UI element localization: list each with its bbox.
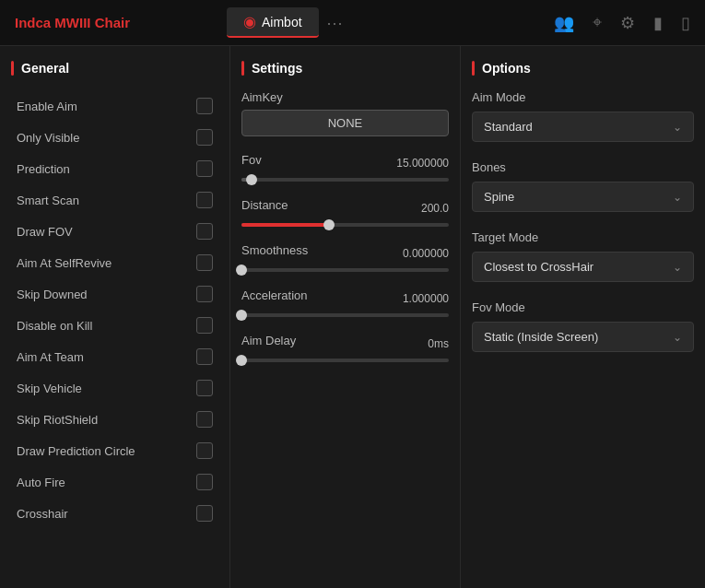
general-item-skip-vehicle[interactable]: Skip Vehicle — [11, 372, 218, 404]
document-icon[interactable]: ▯ — [681, 13, 690, 33]
general-item-auto-fire[interactable]: Auto Fire — [11, 466, 218, 498]
aimkey-label: AimKey — [241, 90, 283, 104]
general-item-checkbox[interactable] — [196, 474, 213, 490]
select-button-bones[interactable]: Spine ⌄ — [472, 182, 694, 212]
people-icon[interactable]: 👥 — [554, 13, 574, 33]
slider-track-aimdelay[interactable] — [241, 359, 449, 362]
general-item-checkbox[interactable] — [196, 254, 213, 271]
general-item-checkbox[interactable] — [196, 98, 213, 114]
more-tabs-icon[interactable]: ⋯ — [326, 13, 345, 33]
general-item-label: Prediction — [17, 162, 70, 176]
settings-title: Settings — [241, 61, 449, 76]
target-icon[interactable]: ⌖ — [593, 13, 602, 32]
slider-value-smoothness: 0.000000 — [403, 247, 449, 260]
app-logo: Indca MWIII Chair — [15, 15, 227, 30]
general-item-crosshair[interactable]: Crosshair — [11, 498, 218, 529]
general-item-aim-at-selfrevive[interactable]: Aim At SelfRevive — [11, 247, 218, 278]
general-item-label: Crosshair — [17, 507, 68, 521]
slider-thumb-acceleration[interactable] — [236, 310, 247, 321]
general-item-checkbox[interactable] — [196, 317, 213, 334]
general-item-checkbox[interactable] — [196, 160, 213, 177]
general-item-checkbox[interactable] — [196, 442, 213, 459]
option-group-bones: Bones Spine ⌄ — [472, 160, 694, 212]
general-panel: General Enable Aim Only Visible Predicti… — [0, 46, 230, 588]
general-item-checkbox[interactable] — [196, 192, 213, 208]
options-panel: Options Aim Mode Standard ⌄ Bones Spine … — [461, 46, 705, 588]
shield-icon[interactable]: ▮ — [653, 13, 663, 33]
select-button-fov_mode[interactable]: Static (Inside Screen) ⌄ — [472, 322, 694, 352]
aimbot-icon: ◉ — [243, 13, 256, 30]
general-item-checkbox[interactable] — [196, 223, 213, 240]
slider-track-fov[interactable] — [241, 178, 449, 182]
slider-label-aimdelay: Aim Delay — [241, 334, 296, 347]
chevron-down-icon-fov_mode: ⌄ — [673, 331, 682, 344]
slider-label-smoothness: Smoothness — [241, 243, 308, 257]
slider-thumb-distance[interactable] — [323, 219, 335, 230]
general-item-enable-aim[interactable]: Enable Aim — [11, 90, 218, 122]
option-label-target_mode: Target Mode — [472, 230, 694, 244]
slider-label-fov: Fov — [241, 153, 262, 167]
general-item-checkbox[interactable] — [196, 129, 213, 146]
general-item-prediction[interactable]: Prediction — [11, 153, 218, 184]
slider-group-smoothness: Smoothness 0.000000 — [241, 243, 449, 272]
general-item-skip-riotshield[interactable]: Skip RiotShield — [11, 404, 218, 435]
slider-row-acceleration: Acceleration 1.000000 — [241, 288, 449, 308]
slider-fill-distance — [241, 223, 329, 227]
general-item-checkbox[interactable] — [196, 380, 213, 396]
slider-group-acceleration: Acceleration 1.000000 — [241, 288, 449, 317]
aimkey-button[interactable]: NONE — [241, 110, 449, 136]
header-tabs: ◉ Aimbot ⋯ — [227, 7, 554, 38]
gear-icon[interactable]: ⚙ — [620, 13, 635, 33]
general-item-skip-downed[interactable]: Skip Downed — [11, 278, 218, 310]
general-item-label: Draw Prediction Circle — [17, 444, 135, 458]
slider-thumb-aimdelay[interactable] — [236, 355, 247, 366]
aimkey-row: AimKey — [241, 90, 449, 110]
select-button-aim_mode[interactable]: Standard ⌄ — [472, 112, 694, 142]
slider-group-fov: Fov 15.000000 — [241, 153, 449, 182]
slider-thumb-fov[interactable] — [246, 174, 257, 185]
header-icons: 👥 ⌖ ⚙ ▮ ▯ — [554, 13, 690, 33]
select-button-target_mode[interactable]: Closest to CrossHair ⌄ — [472, 252, 694, 282]
general-item-label: Disable on Kill — [17, 319, 92, 333]
select-value-aim_mode: Standard — [484, 120, 533, 134]
general-item-smart-scan[interactable]: Smart Scan — [11, 184, 218, 216]
general-item-aim-at-team[interactable]: Aim At Team — [11, 341, 218, 372]
general-item-draw-prediction-circle[interactable]: Draw Prediction Circle — [11, 435, 218, 466]
general-item-disable-on-kill[interactable]: Disable on Kill — [11, 310, 218, 341]
slider-track-smoothness[interactable] — [241, 268, 449, 272]
tab-aimbot[interactable]: ◉ Aimbot — [227, 7, 319, 38]
select-value-fov_mode: Static (Inside Screen) — [484, 330, 598, 344]
general-item-label: Draw FOV — [17, 225, 73, 239]
general-item-label: Skip Vehicle — [17, 382, 82, 395]
general-item-draw-fov[interactable]: Draw FOV — [11, 216, 218, 247]
slider-row-fov: Fov 15.000000 — [241, 153, 449, 172]
slider-thumb-smoothness[interactable] — [236, 265, 247, 276]
slider-value-distance: 200.0 — [421, 202, 449, 215]
general-list: Enable Aim Only Visible Prediction Smart… — [11, 90, 218, 529]
slider-group-aimdelay: Aim Delay 0ms — [241, 334, 449, 362]
slider-track-acceleration[interactable] — [241, 313, 449, 317]
general-item-label: Skip Downed — [17, 288, 88, 301]
general-item-checkbox[interactable] — [196, 505, 213, 522]
general-item-checkbox[interactable] — [196, 411, 213, 428]
general-item-label: Auto Fire — [17, 476, 65, 489]
chevron-down-icon-aim_mode: ⌄ — [673, 121, 682, 134]
general-item-label: Aim At SelfRevive — [17, 256, 112, 270]
slider-label-acceleration: Acceleration — [241, 288, 308, 302]
general-item-checkbox[interactable] — [196, 286, 213, 302]
option-label-aim_mode: Aim Mode — [472, 90, 694, 104]
main-content: General Enable Aim Only Visible Predicti… — [0, 46, 705, 588]
settings-panel: Settings AimKey NONE Fov 15.000000 Dista… — [230, 46, 461, 588]
slider-row-distance: Distance 200.0 — [241, 198, 449, 218]
slider-row-aimdelay: Aim Delay 0ms — [241, 334, 449, 353]
aimkey-group: AimKey NONE — [241, 90, 449, 136]
option-group-aim_mode: Aim Mode Standard ⌄ — [472, 90, 694, 142]
slider-row-smoothness: Smoothness 0.000000 — [241, 243, 449, 263]
sliders-list: Fov 15.000000 Distance 200.0 Smoothness … — [241, 153, 449, 362]
general-item-label: Only Visible — [17, 131, 79, 145]
general-item-label: Enable Aim — [17, 100, 77, 113]
general-item-only-visible[interactable]: Only Visible — [11, 122, 218, 153]
select-value-bones: Spine — [484, 190, 514, 204]
slider-track-distance[interactable] — [241, 223, 449, 227]
general-item-checkbox[interactable] — [196, 348, 213, 365]
